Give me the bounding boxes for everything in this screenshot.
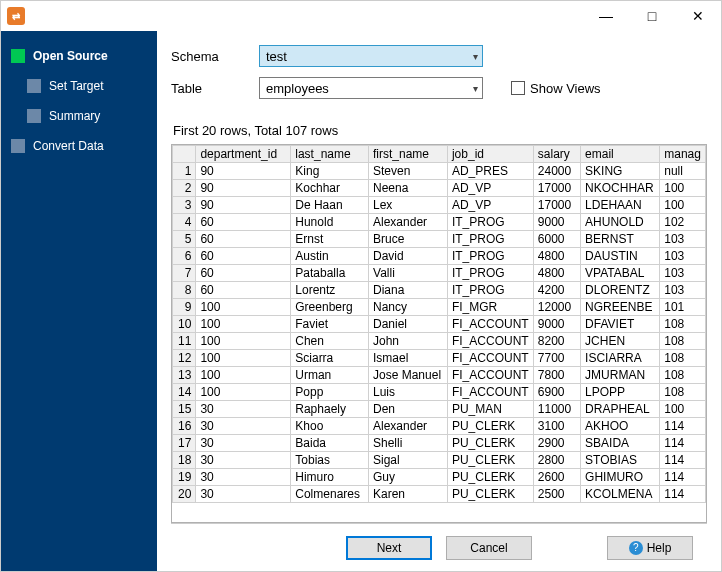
wizard-step-summary[interactable]: Summary (1, 103, 157, 129)
table-row[interactable]: 190KingStevenAD_PRES24000SKINGnull (173, 163, 706, 180)
table-row[interactable]: 1530RaphaelyDenPU_MAN11000DRAPHEAL100 (173, 401, 706, 418)
table-row[interactable]: 290KochharNeenaAD_VP17000NKOCHHAR100 (173, 180, 706, 197)
row-number: 6 (173, 248, 196, 265)
cell: 6000 (533, 231, 580, 248)
cell: 108 (660, 367, 706, 384)
cell: 17000 (533, 197, 580, 214)
wizard-step-open-source[interactable]: Open Source (1, 43, 157, 69)
cell: AD_PRES (447, 163, 533, 180)
cell: JCHEN (581, 333, 660, 350)
column-header[interactable]: salary (533, 146, 580, 163)
column-header[interactable]: job_id (447, 146, 533, 163)
schema-select[interactable]: test ▾ (259, 45, 483, 67)
minimize-button[interactable]: — (583, 1, 629, 31)
table-row[interactable]: 760PataballaValliIT_PROG4800VPATABAL103 (173, 265, 706, 282)
next-button[interactable]: Next (346, 536, 432, 560)
cell: Shelli (369, 435, 448, 452)
table-row[interactable]: 14100PoppLuisFI_ACCOUNT6900LPOPP108 (173, 384, 706, 401)
cell: 6900 (533, 384, 580, 401)
cell: Himuro (291, 469, 369, 486)
cell: 30 (196, 435, 291, 452)
cell: 114 (660, 469, 706, 486)
step-marker-icon (11, 49, 25, 63)
table-row[interactable]: 12100SciarraIsmaelFI_ACCOUNT7700ISCIARRA… (173, 350, 706, 367)
cell: Lorentz (291, 282, 369, 299)
cell: Karen (369, 486, 448, 503)
cell: Khoo (291, 418, 369, 435)
table-row[interactable]: 9100GreenbergNancyFI_MGR12000NGREENBE101 (173, 299, 706, 316)
cell: Den (369, 401, 448, 418)
table-select[interactable]: employees ▾ (259, 77, 483, 99)
step-marker-icon (11, 139, 25, 153)
cell: Popp (291, 384, 369, 401)
table-row[interactable]: 2030ColmenaresKarenPU_CLERK2500KCOLMENA1… (173, 486, 706, 503)
cell: 60 (196, 231, 291, 248)
cell: 7700 (533, 350, 580, 367)
row-number-header (173, 146, 196, 163)
help-button[interactable]: ? Help (607, 536, 693, 560)
table-row[interactable]: 660AustinDavidIT_PROG4800DAUSTIN103 (173, 248, 706, 265)
help-icon: ? (629, 541, 643, 555)
cancel-button[interactable]: Cancel (446, 536, 532, 560)
cell: Luis (369, 384, 448, 401)
cell: PU_CLERK (447, 435, 533, 452)
column-header[interactable]: department_id (196, 146, 291, 163)
chevron-down-icon: ▾ (473, 51, 478, 62)
table-row[interactable]: 10100FavietDanielFI_ACCOUNT9000DFAVIET10… (173, 316, 706, 333)
cell: AHUNOLD (581, 214, 660, 231)
row-number: 11 (173, 333, 196, 350)
cell: 100 (196, 299, 291, 316)
table-row[interactable]: 1630KhooAlexanderPU_CLERK3100AKHOO114 (173, 418, 706, 435)
cell: 103 (660, 282, 706, 299)
cell: PU_CLERK (447, 486, 533, 503)
cell: AD_VP (447, 197, 533, 214)
table-row[interactable]: 1930HimuroGuyPU_CLERK2600GHIMURO114 (173, 469, 706, 486)
table-row[interactable]: 1730BaidaShelliPU_CLERK2900SBAIDA114 (173, 435, 706, 452)
table-row[interactable]: 460HunoldAlexanderIT_PROG9000AHUNOLD102 (173, 214, 706, 231)
cell: 12000 (533, 299, 580, 316)
close-button[interactable]: ✕ (675, 1, 721, 31)
table-row[interactable]: 860LorentzDianaIT_PROG4200DLORENTZ103 (173, 282, 706, 299)
cell: 60 (196, 214, 291, 231)
cell: Sigal (369, 452, 448, 469)
cell: Austin (291, 248, 369, 265)
cell: Jose Manuel (369, 367, 448, 384)
show-views-checkbox[interactable]: Show Views (511, 81, 601, 96)
column-header[interactable]: manag (660, 146, 706, 163)
cell: PU_CLERK (447, 418, 533, 435)
table-row[interactable]: 13100UrmanJose ManuelFI_ACCOUNT7800JMURM… (173, 367, 706, 384)
cell: 4800 (533, 265, 580, 282)
column-header[interactable]: first_name (369, 146, 448, 163)
cell: 114 (660, 486, 706, 503)
cell: 17000 (533, 180, 580, 197)
step-label: Summary (49, 109, 100, 123)
cell: 2900 (533, 435, 580, 452)
cell: 60 (196, 248, 291, 265)
maximize-button[interactable]: □ (629, 1, 675, 31)
cell: 90 (196, 197, 291, 214)
column-header[interactable]: email (581, 146, 660, 163)
table-row[interactable]: 560ErnstBruceIT_PROG6000BERNST103 (173, 231, 706, 248)
table-value: employees (266, 81, 329, 96)
row-number: 10 (173, 316, 196, 333)
wizard-step-set-target[interactable]: Set Target (1, 73, 157, 99)
cell: Urman (291, 367, 369, 384)
cell: Neena (369, 180, 448, 197)
cell: 108 (660, 333, 706, 350)
table-row[interactable]: 11100ChenJohnFI_ACCOUNT8200JCHEN108 (173, 333, 706, 350)
step-label: Open Source (33, 49, 108, 63)
data-table-scroll[interactable]: department_idlast_namefirst_namejob_idsa… (171, 144, 707, 523)
row-number: 13 (173, 367, 196, 384)
wizard-step-convert-data[interactable]: Convert Data (1, 133, 157, 159)
cell: LDEHAAN (581, 197, 660, 214)
cell: FI_ACCOUNT (447, 333, 533, 350)
table-row[interactable]: 390De HaanLexAD_VP17000LDEHAAN100 (173, 197, 706, 214)
row-number: 15 (173, 401, 196, 418)
table-row[interactable]: 1830TobiasSigalPU_CLERK2800STOBIAS114 (173, 452, 706, 469)
cell: 2500 (533, 486, 580, 503)
cell: 114 (660, 452, 706, 469)
cell: 100 (196, 350, 291, 367)
column-header[interactable]: last_name (291, 146, 369, 163)
cell: LPOPP (581, 384, 660, 401)
cell: 100 (196, 384, 291, 401)
